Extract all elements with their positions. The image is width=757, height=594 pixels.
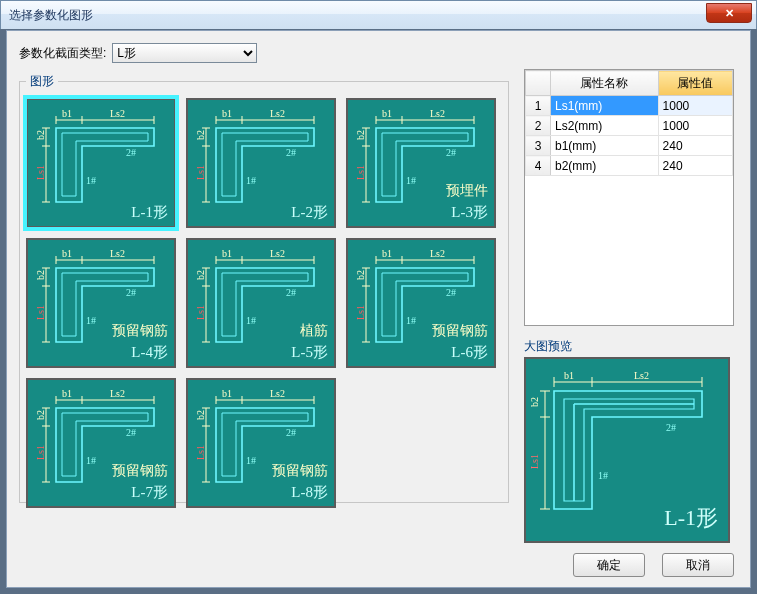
shape-sub: 植筋 xyxy=(300,322,328,340)
shape-thumb-4[interactable]: b1 Ls2 b2 Ls1 2# 1# 预留钢筋L-4形 xyxy=(26,238,176,368)
shape-sub: 预留钢筋 xyxy=(272,462,328,480)
shape-thumb-6[interactable]: b1 Ls2 b2 Ls1 2# 1# 预留钢筋L-6形 xyxy=(346,238,496,368)
svg-text:Ls2: Ls2 xyxy=(270,248,285,259)
shape-thumb-1[interactable]: b1 Ls2 b2 Ls1 2# 1# L-1形 xyxy=(26,98,176,228)
prop-value[interactable]: 240 xyxy=(658,156,732,176)
svg-text:b1: b1 xyxy=(222,388,232,399)
row-index: 2 xyxy=(526,116,551,136)
svg-text:b1: b1 xyxy=(222,248,232,259)
shape-thumb-2[interactable]: b1 Ls2 b2 Ls1 2# 1# L-2形 xyxy=(186,98,336,228)
property-row[interactable]: 2Ls2(mm)1000 xyxy=(526,116,733,136)
svg-text:1#: 1# xyxy=(598,470,608,481)
col-name: 属性名称 xyxy=(551,71,659,96)
svg-text:1#: 1# xyxy=(86,175,96,186)
svg-text:2#: 2# xyxy=(446,147,456,158)
shape-sub: 预留钢筋 xyxy=(432,322,488,340)
preview-drawing: b1 Ls2 b2 Ls1 2# xyxy=(526,359,726,519)
cancel-button[interactable]: 取消 xyxy=(662,553,734,577)
col-index xyxy=(526,71,551,96)
property-row[interactable]: 1Ls1(mm)1000 xyxy=(526,96,733,116)
property-table[interactable]: 属性名称 属性值 1Ls1(mm)10002Ls2(mm)10003b1(mm)… xyxy=(525,70,733,176)
svg-text:1#: 1# xyxy=(246,175,256,186)
svg-text:Ls2: Ls2 xyxy=(430,248,445,259)
prop-name: Ls1(mm) xyxy=(551,96,659,116)
row-index: 1 xyxy=(526,96,551,116)
preview-caption: L-1形 xyxy=(664,503,718,533)
svg-text:Ls1: Ls1 xyxy=(529,454,540,469)
svg-text:Ls1: Ls1 xyxy=(195,165,206,180)
svg-text:b1: b1 xyxy=(382,248,392,259)
svg-text:b2: b2 xyxy=(35,270,46,280)
prop-value[interactable]: 1000 xyxy=(658,116,732,136)
row-index: 4 xyxy=(526,156,551,176)
svg-text:2#: 2# xyxy=(286,427,296,438)
prop-name: Ls2(mm) xyxy=(551,116,659,136)
svg-text:b2: b2 xyxy=(529,397,540,407)
section-type-select[interactable]: L形 xyxy=(112,43,257,63)
shape-thumb-8[interactable]: b1 Ls2 b2 Ls1 2# 1# 预留钢筋L-8形 xyxy=(186,378,336,508)
svg-text:b2: b2 xyxy=(195,130,206,140)
svg-text:b2: b2 xyxy=(355,270,366,280)
ok-button[interactable]: 确定 xyxy=(573,553,645,577)
preview-label: 大图预览 xyxy=(524,338,734,355)
prop-name: b2(mm) xyxy=(551,156,659,176)
svg-text:b2: b2 xyxy=(195,410,206,420)
shape-thumb-5[interactable]: b1 Ls2 b2 Ls1 2# 1# 植筋L-5形 xyxy=(186,238,336,368)
svg-text:b1: b1 xyxy=(222,108,232,119)
shape-caption: L-8形 xyxy=(291,483,328,502)
svg-text:2#: 2# xyxy=(126,427,136,438)
shape-caption: L-6形 xyxy=(451,343,488,362)
svg-text:b1: b1 xyxy=(382,108,392,119)
shape-sub: 预留钢筋 xyxy=(112,462,168,480)
svg-text:Ls1: Ls1 xyxy=(355,305,366,320)
svg-text:1#: 1# xyxy=(246,455,256,466)
property-table-wrap: 属性名称 属性值 1Ls1(mm)10002Ls2(mm)10003b1(mm)… xyxy=(524,69,734,326)
svg-text:1#: 1# xyxy=(86,455,96,466)
svg-text:Ls1: Ls1 xyxy=(355,165,366,180)
shape-sub: 预留钢筋 xyxy=(112,322,168,340)
shape-thumb-7[interactable]: b1 Ls2 b2 Ls1 2# 1# 预留钢筋L-7形 xyxy=(26,378,176,508)
svg-text:Ls1: Ls1 xyxy=(35,305,46,320)
shape-caption: L-7形 xyxy=(131,483,168,502)
prop-value[interactable]: 240 xyxy=(658,136,732,156)
shapes-legend: 图形 xyxy=(26,73,58,90)
svg-text:2#: 2# xyxy=(286,147,296,158)
svg-text:Ls2: Ls2 xyxy=(270,108,285,119)
svg-text:2#: 2# xyxy=(446,287,456,298)
client-area: 参数化截面类型: L形 图形 b1 Ls2 b2 Ls1 2# 1# L-1形 … xyxy=(6,30,751,588)
svg-text:Ls2: Ls2 xyxy=(270,388,285,399)
svg-text:1#: 1# xyxy=(406,315,416,326)
shape-caption: L-4形 xyxy=(131,343,168,362)
svg-text:Ls1: Ls1 xyxy=(195,445,206,460)
type-row: 参数化截面类型: L形 xyxy=(19,43,738,63)
shape-caption: L-1形 xyxy=(131,203,168,222)
close-button[interactable]: ✕ xyxy=(706,3,752,23)
close-icon: ✕ xyxy=(725,7,734,20)
col-value: 属性值 xyxy=(658,71,732,96)
svg-text:b2: b2 xyxy=(355,130,366,140)
svg-text:Ls1: Ls1 xyxy=(35,445,46,460)
property-row[interactable]: 3b1(mm)240 xyxy=(526,136,733,156)
svg-text:Ls1: Ls1 xyxy=(195,305,206,320)
svg-text:Ls2: Ls2 xyxy=(110,108,125,119)
svg-text:b1: b1 xyxy=(62,248,72,259)
row-index: 3 xyxy=(526,136,551,156)
preview-panel: b1 Ls2 b2 Ls1 2# xyxy=(524,357,730,543)
svg-text:2#: 2# xyxy=(126,287,136,298)
window-title: 选择参数化图形 xyxy=(9,7,706,24)
svg-text:Ls2: Ls2 xyxy=(110,248,125,259)
section-type-label: 参数化截面类型: xyxy=(19,45,106,62)
property-row[interactable]: 4b2(mm)240 xyxy=(526,156,733,176)
prop-value[interactable]: 1000 xyxy=(658,96,732,116)
svg-text:2#: 2# xyxy=(666,422,676,433)
svg-text:b1: b1 xyxy=(564,370,574,381)
svg-text:Ls2: Ls2 xyxy=(110,388,125,399)
svg-text:b1: b1 xyxy=(62,108,72,119)
prop-name: b1(mm) xyxy=(551,136,659,156)
shape-thumb-3[interactable]: b1 Ls2 b2 Ls1 2# 1# 预埋件L-3形 xyxy=(346,98,496,228)
titlebar: 选择参数化图形 ✕ xyxy=(0,0,757,29)
shape-caption: L-5形 xyxy=(291,343,328,362)
svg-text:b1: b1 xyxy=(62,388,72,399)
svg-text:2#: 2# xyxy=(286,287,296,298)
svg-text:b2: b2 xyxy=(35,130,46,140)
